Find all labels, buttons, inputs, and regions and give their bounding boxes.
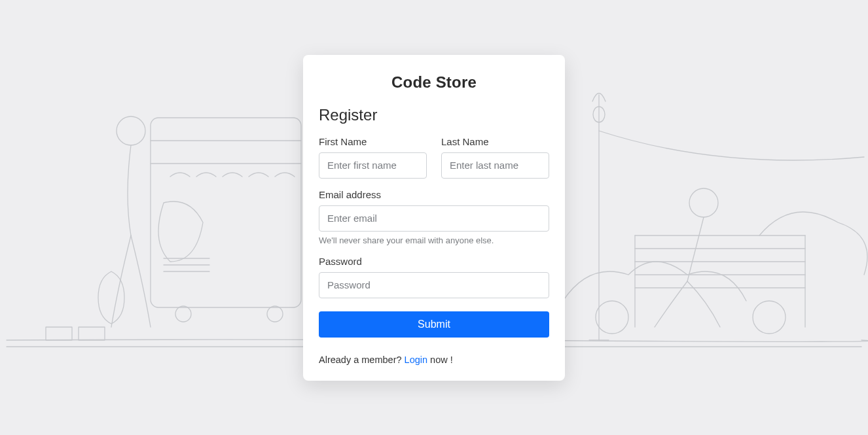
first-name-field: First Name	[319, 136, 427, 179]
svg-point-3	[117, 116, 145, 145]
password-field: Password	[319, 256, 549, 298]
login-prompt: Already a member? Login now !	[319, 355, 549, 365]
brand-title: Code Store	[319, 73, 549, 92]
email-field: Email address We'll never share your ema…	[319, 189, 549, 245]
svg-point-5	[753, 301, 786, 334]
login-link[interactable]: Login	[405, 355, 427, 365]
svg-rect-0	[151, 118, 301, 307]
register-card: Code Store Register First Name Last Name…	[303, 55, 565, 381]
svg-point-4	[593, 107, 605, 122]
login-prompt-suffix: now !	[427, 355, 453, 365]
svg-point-7	[689, 188, 718, 217]
svg-point-6	[596, 301, 628, 334]
email-label: Email address	[319, 189, 549, 200]
password-input[interactable]	[319, 272, 549, 298]
first-name-input[interactable]	[319, 152, 427, 179]
name-row: First Name Last Name	[319, 136, 549, 179]
login-prompt-prefix: Already a member?	[319, 355, 405, 365]
last-name-field: Last Name	[441, 136, 549, 179]
svg-point-2	[267, 306, 283, 322]
last-name-label: Last Name	[441, 136, 549, 147]
password-label: Password	[319, 256, 549, 267]
email-input[interactable]	[319, 205, 549, 232]
last-name-input[interactable]	[441, 152, 549, 179]
submit-button[interactable]: Submit	[319, 311, 549, 338]
email-hint: We'll never share your email with anyone…	[319, 235, 549, 245]
register-heading: Register	[319, 106, 549, 124]
first-name-label: First Name	[319, 136, 427, 147]
svg-point-1	[175, 306, 191, 322]
